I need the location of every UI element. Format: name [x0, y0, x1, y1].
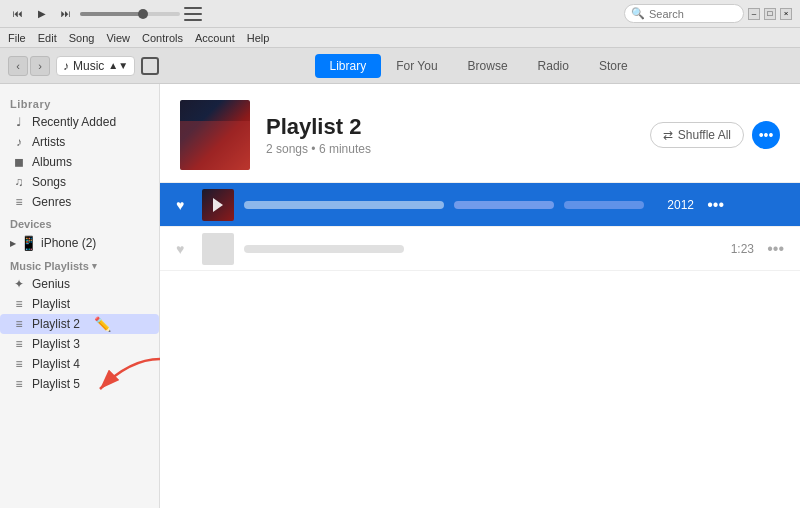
tab-library[interactable]: Library	[315, 54, 382, 78]
recently-added-label: Recently Added	[32, 115, 116, 129]
menu-edit[interactable]: Edit	[38, 32, 57, 44]
library-section-title: Library	[0, 92, 159, 112]
playlist-5-icon: ≡	[12, 377, 26, 391]
source-chevron-icon: ▲▼	[108, 60, 128, 71]
playlist-icon: ≡	[12, 297, 26, 311]
tab-store[interactable]: Store	[584, 54, 643, 78]
next-button[interactable]: ⏭	[56, 6, 76, 22]
devices-section-title: Devices	[0, 212, 159, 232]
menu-controls[interactable]: Controls	[142, 32, 183, 44]
iphone-icon: 📱	[20, 235, 37, 251]
playlist-5-label: Playlist 5	[32, 377, 80, 391]
sidebar-item-genres[interactable]: ≡ Genres	[0, 192, 159, 212]
track-options-button[interactable]: •••	[704, 196, 724, 214]
more-icon: •••	[759, 127, 774, 143]
sidebar-item-playlist-2[interactable]: ≡ Playlist 2 ✏️	[0, 314, 159, 334]
play-indicator-icon	[213, 198, 223, 212]
menu-help[interactable]: Help	[247, 32, 270, 44]
tab-browse[interactable]: Browse	[453, 54, 523, 78]
list-icon[interactable]	[184, 7, 202, 21]
shuffle-all-button[interactable]: ⇄ Shuffle All	[650, 122, 744, 148]
sidebar-item-iphone[interactable]: ▶ 📱 iPhone (2)	[0, 232, 159, 254]
playlist-info: Playlist 2 2 songs • 6 minutes	[266, 114, 634, 156]
more-options-button[interactable]: •••	[752, 121, 780, 149]
playback-controls: ⏮ ▶ ⏭	[8, 6, 202, 22]
playlist-actions: ⇄ Shuffle All •••	[650, 121, 780, 149]
search-input[interactable]	[649, 8, 739, 20]
track-duration: 1:23	[719, 242, 754, 256]
playlist-artwork	[180, 100, 250, 170]
track-name	[244, 245, 404, 253]
sidebar-item-albums[interactable]: ◼ Albums	[0, 152, 159, 172]
track-row[interactable]: ♥ 1:23 •••	[160, 227, 800, 271]
track-album	[564, 201, 644, 209]
menu-file[interactable]: File	[8, 32, 26, 44]
albums-label: Albums	[32, 155, 72, 169]
sidebar-item-playlist-3[interactable]: ≡ Playlist 3	[0, 334, 159, 354]
minimize-button[interactable]: –	[748, 8, 760, 20]
iphone-label: iPhone (2)	[41, 236, 96, 250]
sidebar-item-songs[interactable]: ♫ Songs	[0, 172, 159, 192]
edit-badge-icon: ✏️	[94, 316, 111, 332]
tab-for-you[interactable]: For You	[381, 54, 452, 78]
track-row[interactable]: ♥ 2012 •••	[160, 183, 800, 227]
nav-back-button[interactable]: ‹	[8, 56, 28, 76]
music-note-icon: ♪	[63, 59, 69, 73]
main-area: Library ♩ Recently Added ♪ Artists ◼ Alb…	[0, 84, 800, 508]
source-selector[interactable]: ♪ Music ▲▼	[56, 56, 135, 76]
playlist-meta: 2 songs • 6 minutes	[266, 142, 634, 156]
nav-tabs: Library For You Browse Radio Store	[165, 54, 792, 78]
artists-label: Artists	[32, 135, 65, 149]
nav-forward-button[interactable]: ›	[30, 56, 50, 76]
content-area: Playlist 2 2 songs • 6 minutes ⇄ Shuffle…	[160, 84, 800, 508]
sidebar-item-artists[interactable]: ♪ Artists	[0, 132, 159, 152]
sidebar-item-playlist-4[interactable]: ≡ Playlist 4	[0, 354, 159, 374]
track-options-button[interactable]: •••	[764, 240, 784, 258]
playlist-4-label: Playlist 4	[32, 357, 80, 371]
close-button[interactable]: ×	[780, 8, 792, 20]
recently-added-icon: ♩	[12, 115, 26, 129]
progress-fill	[80, 12, 140, 16]
track-name	[244, 201, 444, 209]
progress-thumb	[138, 9, 148, 19]
songs-label: Songs	[32, 175, 66, 189]
device-triangle-icon: ▶	[10, 239, 16, 248]
restore-button[interactable]: □	[764, 8, 776, 20]
playlist-label: Playlist	[32, 297, 70, 311]
playlists-section-header[interactable]: Music Playlists ▾	[0, 254, 159, 274]
sidebar-item-playlist-5[interactable]: ≡ Playlist 5	[0, 374, 159, 394]
albums-icon: ◼	[12, 155, 26, 169]
heart-icon[interactable]: ♥	[176, 241, 192, 257]
songs-icon: ♫	[12, 175, 26, 189]
menu-song[interactable]: Song	[69, 32, 95, 44]
menu-account[interactable]: Account	[195, 32, 235, 44]
shuffle-icon: ⇄	[663, 128, 673, 142]
play-button[interactable]: ▶	[32, 6, 52, 22]
search-box[interactable]: 🔍	[624, 4, 744, 23]
shuffle-label: Shuffle All	[678, 128, 731, 142]
heart-icon[interactable]: ♥	[176, 197, 192, 213]
playlist-4-icon: ≡	[12, 357, 26, 371]
genius-icon: ✦	[12, 277, 26, 291]
genres-label: Genres	[32, 195, 71, 209]
sidebar-item-genius[interactable]: ✦ Genius	[0, 274, 159, 294]
playlist-header: Playlist 2 2 songs • 6 minutes ⇄ Shuffle…	[160, 84, 800, 183]
artists-icon: ♪	[12, 135, 26, 149]
source-label: Music	[73, 59, 104, 73]
playlist-title: Playlist 2	[266, 114, 634, 140]
track-year: 2012	[654, 198, 694, 212]
prev-button[interactable]: ⏮	[8, 6, 28, 22]
playlist-2-icon: ≡	[12, 317, 26, 331]
progress-bar[interactable]	[80, 12, 180, 16]
track-artist	[454, 201, 554, 209]
track-thumbnail	[202, 189, 234, 221]
search-icon: 🔍	[631, 7, 645, 20]
sidebar: Library ♩ Recently Added ♪ Artists ◼ Alb…	[0, 84, 160, 508]
sidebar-item-recently-added[interactable]: ♩ Recently Added	[0, 112, 159, 132]
tab-radio[interactable]: Radio	[523, 54, 584, 78]
sidebar-item-playlist[interactable]: ≡ Playlist	[0, 294, 159, 314]
playlists-chevron-icon: ▾	[92, 261, 97, 271]
playlists-section-title: Music Playlists	[10, 260, 89, 272]
menu-view[interactable]: View	[106, 32, 130, 44]
artwork-overlay	[180, 121, 250, 170]
